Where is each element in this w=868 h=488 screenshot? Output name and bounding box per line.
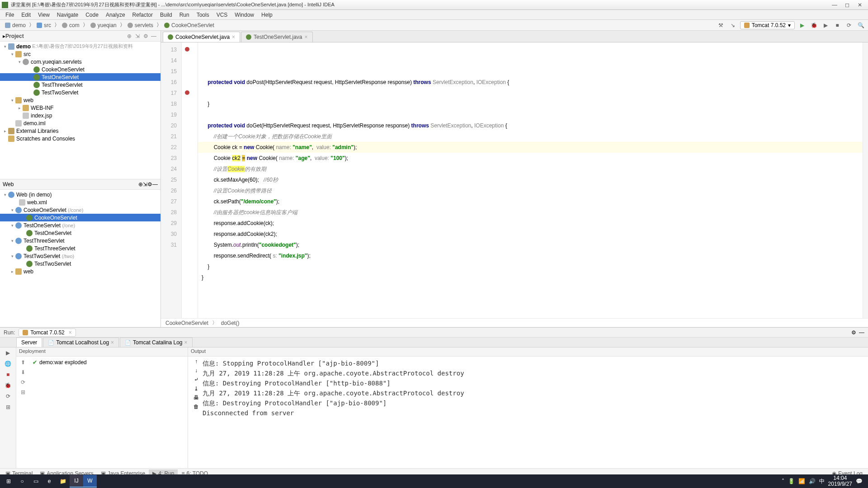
deployment-item[interactable]: ✔demo:war exploded [31,358,186,366]
debug-button[interactable]: 🐞 [809,21,818,30]
breadcrumb[interactable]: servlets [125,22,156,29]
tab-catalina-log[interactable]: 📄 Tomcat Catalina Log × [120,338,192,347]
tray-volume-icon[interactable]: 🔊 [809,478,816,484]
menu-run[interactable]: Run [176,11,193,19]
project-tree[interactable]: ▾demo E:\粤嵌\暑假合7班\2019年9月27日视频和资料 ▾src ▾… [0,42,160,179]
collapse-all-icon[interactable]: ⇲ [133,32,142,40]
scroll-down-icon[interactable]: ↓ [195,367,198,374]
word-icon[interactable]: W [83,475,97,488]
gear-icon[interactable]: ⚙ [851,329,856,336]
menu-code[interactable]: Code [82,11,102,19]
update-button[interactable]: ⟳ [5,393,12,400]
close-icon[interactable]: × [111,339,114,346]
breadcrumb[interactable]: src [34,22,53,29]
print-icon[interactable]: 🖶 [193,394,199,401]
breadcrumb[interactable]: yueqian [88,22,119,29]
clock[interactable]: 14:042019/9/27 [828,475,852,487]
scroll-from-source-icon[interactable]: ⊕ [138,181,143,188]
jsp-icon [23,113,29,119]
title-bar: 课堂案例 [E:\粤嵌\暑假合7班\2019年9月27日视频和资料\课堂案例] … [0,0,868,10]
undeploy-button[interactable]: ⬇ [21,369,28,376]
close-icon[interactable]: × [304,34,307,40]
notifications-icon[interactable]: 💬 [856,478,863,484]
module-icon [8,43,14,50]
deploy-all-button[interactable]: ⬆ [21,359,28,366]
close-icon[interactable]: × [184,339,188,346]
run-tool-window: Run: Tomcat 7.0.52× ⚙ — Server 📄 Tomcat … [0,327,868,468]
cortana-button[interactable]: ○ [15,475,29,488]
system-tray[interactable]: ˄ 🔋 📶 🔊 中 14:042019/9/27 💬 [782,475,866,487]
tray-chevron-icon[interactable]: ˄ [782,478,784,484]
expand-button[interactable]: ⊞ [21,389,28,396]
menu-edit[interactable]: Edit [18,11,34,19]
crumb-method[interactable]: doGet() [221,320,240,326]
stop-button[interactable]: ■ [833,21,842,30]
menu-navigate[interactable]: Navigate [53,11,82,19]
menu-refactor[interactable]: Refactor [129,11,156,19]
close-icon[interactable]: × [69,329,72,336]
crumb-class[interactable]: CookeOneServlet [165,320,208,326]
tab-cookeoneservlet[interactable]: CookeOneServlet.java× [163,32,240,42]
tray-battery-icon[interactable]: 🔋 [788,478,795,484]
line-gutter[interactable]: 13141516171819202122232425262728293031 [161,42,182,318]
close-icon[interactable]: × [232,34,235,40]
run-config-selector[interactable]: Tomcat 7.0.52 ▾ [740,21,795,29]
minimize-button[interactable]: — [828,1,841,9]
build-button[interactable]: ⚒ [717,21,726,30]
run-button[interactable]: ▶ [797,21,807,30]
stop-button[interactable]: ■ [5,371,12,378]
soft-wrap-icon[interactable]: ⤶ [194,376,198,383]
menu-tools[interactable]: Tools [193,11,213,19]
console-output[interactable]: 信息: Stopping ProtocolHandler ["ajp-bio-8… [203,358,866,466]
intellij-icon[interactable]: IJ [70,475,83,488]
hide-icon[interactable]: — [150,32,158,40]
coverage-button[interactable]: ▶ [821,21,830,30]
gear-icon[interactable]: ⚙ [142,32,150,40]
debug-button[interactable]: 🐞 [5,382,12,389]
collapse-all-icon[interactable]: ⇲ [143,181,147,188]
start-button[interactable]: ⊞ [2,475,15,488]
update-button[interactable]: ⟳ [844,21,854,30]
layout-button[interactable]: ⊞ [5,404,12,411]
menu-window[interactable]: Window [231,11,258,19]
task-view-button[interactable]: ▭ [29,475,42,488]
edge-icon[interactable]: e [42,475,56,488]
web-tree[interactable]: ▾Web (in demo) web.xml ▾CookeOneServlet … [0,190,160,327]
menu-help[interactable]: Help [258,11,276,19]
explorer-icon[interactable]: 📁 [56,475,70,488]
clear-icon[interactable]: 🗑 [193,404,199,410]
nav-back-button[interactable]: ↘ [728,21,737,30]
open-browser-button[interactable]: 🌐 [5,360,12,367]
hide-icon[interactable]: — [152,181,158,188]
close-button[interactable]: ✕ [854,1,866,9]
code-editor[interactable]: protected void doPost(HttpServletRequest… [198,42,863,318]
servlet-icon [15,238,22,244]
menu-file[interactable]: File [2,11,18,19]
breadcrumb[interactable]: com [60,22,82,29]
scroll-end-icon[interactable]: ⤓ [194,385,198,392]
tab-testoneservlet[interactable]: TestOneServlet.java× [241,32,312,42]
editor: CookeOneServlet.java× TestOneServlet.jav… [161,31,868,327]
breadcrumb[interactable]: CookeOneServlet [162,22,217,29]
error-stripe[interactable] [863,42,868,318]
breadcrumb[interactable]: demo [3,22,28,29]
scroll-from-source-icon[interactable]: ⊕ [125,32,133,40]
hide-icon[interactable]: — [859,329,864,336]
tab-server[interactable]: Server [16,338,42,347]
menu-vcs[interactable]: VCS [213,11,231,19]
tab-localhost-log[interactable]: 📄 Tomcat Localhost Log × [43,338,119,347]
tray-wifi-icon[interactable]: 📶 [798,478,805,484]
tray-ime-icon[interactable]: 中 [819,478,825,485]
menu-analyze[interactable]: Analyze [102,11,129,19]
refresh-button[interactable]: ⟳ [21,379,28,386]
scroll-up-icon[interactable]: ↑ [195,358,198,365]
run-config-display[interactable]: Tomcat 7.0.52× [19,328,75,337]
menu-view[interactable]: View [34,11,53,19]
gear-icon[interactable]: ⚙ [147,181,152,188]
rerun-button[interactable]: ▶ [5,349,12,357]
search-button[interactable]: 🔍 [856,21,865,30]
class-icon [33,89,40,96]
maximize-button[interactable]: ◻ [841,1,854,9]
web-icon [8,192,14,198]
menu-build[interactable]: Build [156,11,176,19]
